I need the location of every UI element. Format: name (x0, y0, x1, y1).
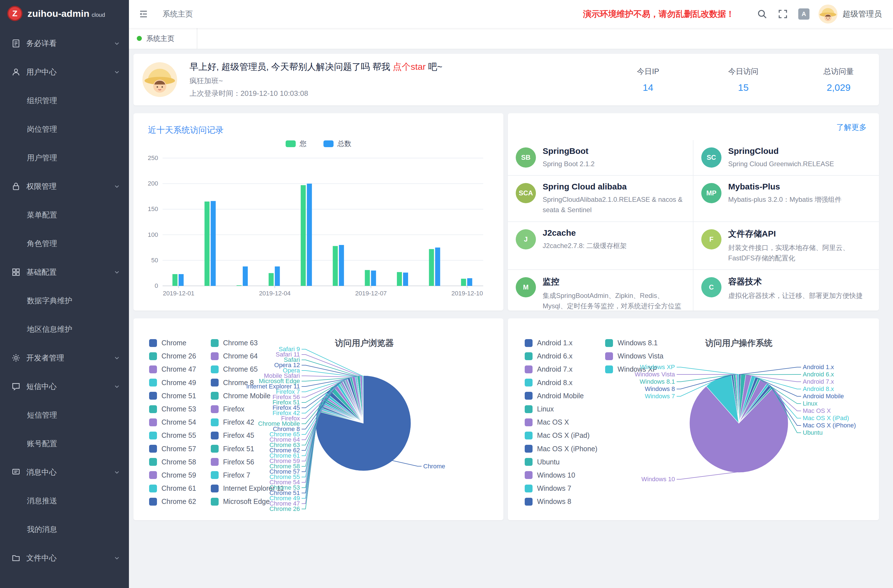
pie-label: Safari 9 (279, 346, 300, 353)
legend-label: Android 1.x (537, 339, 572, 347)
collapse-menu-icon[interactable] (138, 8, 149, 20)
legend-item-Mac OS X (iPad)[interactable]: Mac OS X (iPad) (525, 429, 597, 442)
bar-您-2019-12-10[interactable] (461, 278, 466, 286)
learn-more-link[interactable]: 了解更多 (836, 122, 867, 132)
bar-总数-2019-12-02[interactable] (211, 201, 216, 286)
sidebar-subitem[interactable]: 角色管理 (0, 229, 129, 258)
sidebar-item-user-center[interactable]: 用户中心 (0, 58, 129, 86)
bar-您-2019-12-01[interactable] (172, 274, 177, 286)
bar-总数-2019-12-03[interactable] (243, 266, 248, 286)
sidebar-item-file-center[interactable]: 文件中心 (0, 544, 129, 572)
sidebar-item-message-center[interactable]: 消息中心 (0, 458, 129, 487)
tech-badge-icon: F (701, 229, 722, 250)
sidebar-subitem[interactable]: 岗位管理 (0, 115, 129, 143)
tech-title: 文件存储API (728, 228, 869, 240)
pie-label: Windows 8 (645, 385, 675, 393)
fullscreen-icon[interactable] (777, 9, 788, 20)
username: 超级管理员 (843, 9, 882, 20)
tech-badge-icon: MP (701, 183, 722, 203)
mood-text: 疯狂加班~ (189, 76, 442, 86)
sidebar-subitem[interactable]: 账号配置 (0, 429, 129, 458)
legend-item-Chrome 57[interactable]: Chrome 57 (149, 442, 196, 456)
sidebar-item-sms-center[interactable]: 短信中心 (0, 372, 129, 401)
bar-您-2019-12-06[interactable] (333, 246, 338, 286)
sidebar-subitem[interactable]: 短信管理 (0, 401, 129, 429)
legend-item-Linux[interactable]: Linux (525, 403, 597, 416)
legend-item-Mac OS X[interactable]: Mac OS X (525, 416, 597, 429)
bar-您-2019-12-07[interactable] (365, 270, 370, 286)
star-link[interactable]: 点个star (393, 62, 425, 72)
legend-item-Chrome 53[interactable]: Chrome 53 (149, 403, 196, 416)
sidebar-subitem[interactable]: 组织管理 (0, 86, 129, 115)
sidebar-subitem[interactable]: 数据字典维护 (0, 286, 129, 315)
legend-item-Chrome 58[interactable]: Chrome 58 (149, 456, 196, 469)
legend-item-Chrome 47[interactable]: Chrome 47 (149, 362, 196, 376)
bar-总数-2019-12-10[interactable] (467, 278, 472, 286)
legend-item-Windows 10[interactable]: Windows 10 (525, 469, 597, 482)
y-tick-label: 150 (148, 205, 158, 212)
legend-item-Android 6.x[interactable]: Android 6.x (525, 349, 597, 362)
sidebar-item-must-read[interactable]: 务必详看 (0, 29, 129, 58)
legend-item-Mac OS X (iPhone)[interactable]: Mac OS X (iPhone) (525, 442, 597, 456)
legend-item-Windows 7[interactable]: Windows 7 (525, 482, 597, 495)
bar-您-2019-12-04[interactable] (269, 273, 274, 286)
legend-item-Android 8.x[interactable]: Android 8.x (525, 376, 597, 389)
bar-总数-2019-12-01[interactable] (179, 274, 183, 286)
legend-item-Chrome 49[interactable]: Chrome 49 (149, 376, 196, 389)
user-avatar[interactable] (818, 5, 837, 24)
sidebar-subitem[interactable]: 菜单配置 (0, 201, 129, 229)
legend-item-Android 7.x[interactable]: Android 7.x (525, 362, 597, 376)
tech-item-SC: SCSpringCloudSpring Cloud Greenwich.RELE… (693, 140, 879, 176)
legend-label: Firefox (223, 405, 244, 413)
legend-item-Chrome 59[interactable]: Chrome 59 (149, 469, 196, 482)
sidebar-subitem[interactable]: 用户管理 (0, 143, 129, 172)
tech-text: 容器技术虚拟化容器技术，让迁移、部署更加方便快捷 (728, 276, 863, 311)
tech-text: SpringCloudSpring Cloud Greenwich.RELEAS… (728, 146, 834, 169)
legend-item-Windows 8[interactable]: Windows 8 (525, 495, 597, 508)
tech-title: SpringBoot (543, 146, 594, 156)
sidebar-item-permission[interactable]: 权限管理 (0, 172, 129, 201)
tech-text: 监控集成SpringBootAdmin、Zipkin、Redis、Mysql、定… (543, 276, 683, 311)
legend-item-Chrome 26[interactable]: Chrome 26 (149, 349, 196, 362)
sidebar-item-label: 文件中心 (26, 553, 114, 563)
font-size-icon[interactable]: A (798, 8, 809, 20)
sidebar-item-base-config[interactable]: 基础配置 (0, 258, 129, 286)
legend-item-Chrome 54[interactable]: Chrome 54 (149, 416, 196, 429)
legend-swatch (605, 352, 613, 360)
legend-item-Chrome 51[interactable]: Chrome 51 (149, 389, 196, 403)
bar-总数-2019-12-09[interactable] (435, 248, 440, 286)
bar-您-2019-12-08[interactable] (397, 272, 402, 286)
bar-总数-2019-12-05[interactable] (307, 183, 312, 286)
legend-label: 总数 (337, 139, 352, 148)
bar-总数-2019-12-06[interactable] (339, 245, 344, 286)
sidebar-subitem[interactable]: 地区信息维护 (0, 315, 129, 344)
legend-item-Chrome[interactable]: Chrome (149, 336, 196, 349)
legend-item-Ubuntu[interactable]: Ubuntu (525, 456, 597, 469)
legend-item-Chrome 55[interactable]: Chrome 55 (149, 429, 196, 442)
bar-您-2019-12-03[interactable] (236, 285, 242, 286)
sidebar-item-label: 务必详看 (26, 38, 114, 48)
bar-总数-2019-12-08[interactable] (403, 273, 408, 286)
legend-item-您[interactable]: 您 (286, 139, 307, 148)
bar-您-2019-12-02[interactable] (204, 202, 210, 286)
bar-总数-2019-12-07[interactable] (371, 271, 376, 286)
legend-item-Chrome 61[interactable]: Chrome 61 (149, 482, 196, 495)
legend-swatch (149, 405, 157, 413)
search-icon[interactable] (757, 9, 767, 20)
sidebar-item-developer[interactable]: 开发者管理 (0, 344, 129, 372)
visits-bar-chart: 0501001502002502019-12-012019-12-042019-… (141, 149, 496, 306)
tab-system-home[interactable]: 系统主页 (129, 28, 197, 49)
sidebar-item-label: 权限管理 (26, 181, 114, 191)
legend-item-总数[interactable]: 总数 (323, 139, 352, 148)
header: 系统主页 演示环境维护不易，请勿乱删乱改数据！ A 超级管理员 (129, 0, 893, 28)
sidebar-subitem[interactable]: 消息推送 (0, 487, 129, 515)
legend-item-Chrome 62[interactable]: Chrome 62 (149, 495, 196, 508)
bar-总数-2019-12-04[interactable] (275, 266, 280, 286)
bar-您-2019-12-09[interactable] (429, 249, 434, 286)
legend-item-Android 1.x[interactable]: Android 1.x (525, 336, 597, 349)
bar-您-2019-12-05[interactable] (301, 185, 306, 286)
stat-今日IP: 今日IP14 (631, 66, 665, 93)
sidebar-subitem[interactable]: 我的消息 (0, 515, 129, 544)
legend-item-Android Mobile[interactable]: Android Mobile (525, 389, 597, 403)
tech-desc: Mybatis-plus 3.2.0：Mybatis 增强组件 (728, 194, 842, 205)
